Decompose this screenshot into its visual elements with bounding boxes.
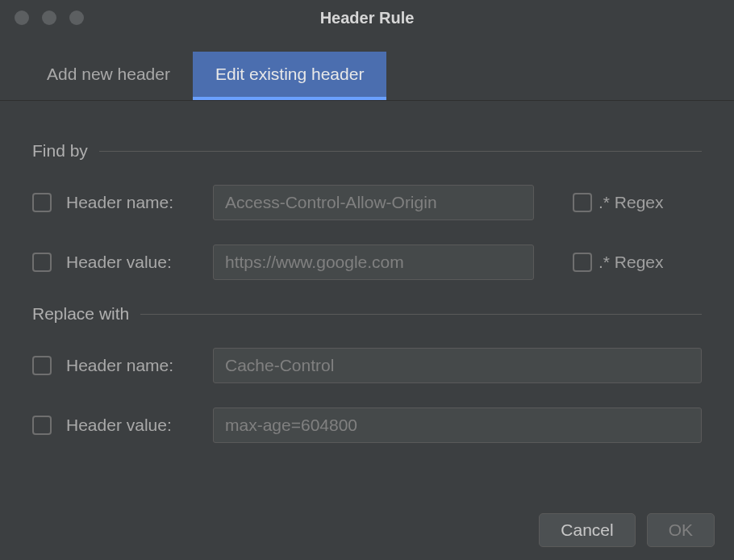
replace-header-value-checkbox[interactable]: [32, 416, 52, 435]
replace-header-name-input[interactable]: [213, 348, 702, 383]
divider-line: [140, 314, 702, 315]
replace-with-legend-row: Replace with: [32, 304, 702, 324]
find-header-value-regex-checkbox[interactable]: [573, 253, 592, 272]
ok-button[interactable]: OK: [647, 513, 715, 547]
divider-line: [99, 151, 702, 152]
find-header-name-input[interactable]: [213, 185, 534, 220]
find-header-name-row: Header name: .* Regex: [32, 185, 702, 220]
replace-header-value-input[interactable]: [213, 407, 702, 443]
find-header-value-label: Header value:: [66, 253, 205, 272]
find-header-name-checkbox[interactable]: [32, 193, 52, 212]
find-by-section: Find by Header name: .* Regex Header val…: [32, 141, 702, 280]
find-by-legend-row: Find by: [32, 141, 702, 161]
find-header-name-label: Header name:: [66, 193, 205, 212]
replace-header-value-row: Header value:: [32, 407, 702, 443]
replace-with-legend: Replace with: [32, 304, 129, 324]
replace-header-name-checkbox[interactable]: [32, 356, 52, 375]
replace-with-section: Replace with Header name: Header value:: [32, 304, 702, 443]
find-header-name-regex-label: .* Regex: [598, 193, 664, 212]
find-header-value-row: Header value: .* Regex: [32, 244, 702, 280]
dialog-window: Header Rule Add new header Edit existing…: [0, 0, 734, 560]
window-title: Header Rule: [0, 9, 734, 27]
close-window-icon[interactable]: [15, 10, 29, 25]
tab-edit-existing-header[interactable]: Edit existing header: [193, 52, 386, 100]
replace-header-value-label: Header value:: [66, 416, 205, 435]
window-controls: [15, 10, 84, 25]
find-header-value-checkbox[interactable]: [32, 253, 52, 272]
minimize-window-icon[interactable]: [42, 10, 56, 25]
find-header-value-regex-label: .* Regex: [598, 253, 664, 272]
content-area: Find by Header name: .* Regex Header val…: [0, 101, 734, 443]
find-header-name-regex-checkbox[interactable]: [573, 193, 592, 212]
find-header-name-regex-group: .* Regex: [573, 193, 664, 212]
maximize-window-icon[interactable]: [69, 10, 84, 25]
cancel-button[interactable]: Cancel: [539, 513, 635, 547]
find-by-legend: Find by: [32, 141, 88, 161]
dialog-buttons: Cancel OK: [539, 513, 715, 547]
tab-add-new-header[interactable]: Add new header: [24, 52, 193, 100]
replace-header-name-label: Header name:: [66, 356, 205, 375]
find-header-value-regex-group: .* Regex: [573, 253, 664, 272]
find-header-value-input[interactable]: [213, 244, 534, 280]
titlebar: Header Rule: [0, 0, 734, 36]
tab-bar: Add new header Edit existing header: [0, 52, 734, 101]
replace-header-name-row: Header name:: [32, 348, 702, 383]
